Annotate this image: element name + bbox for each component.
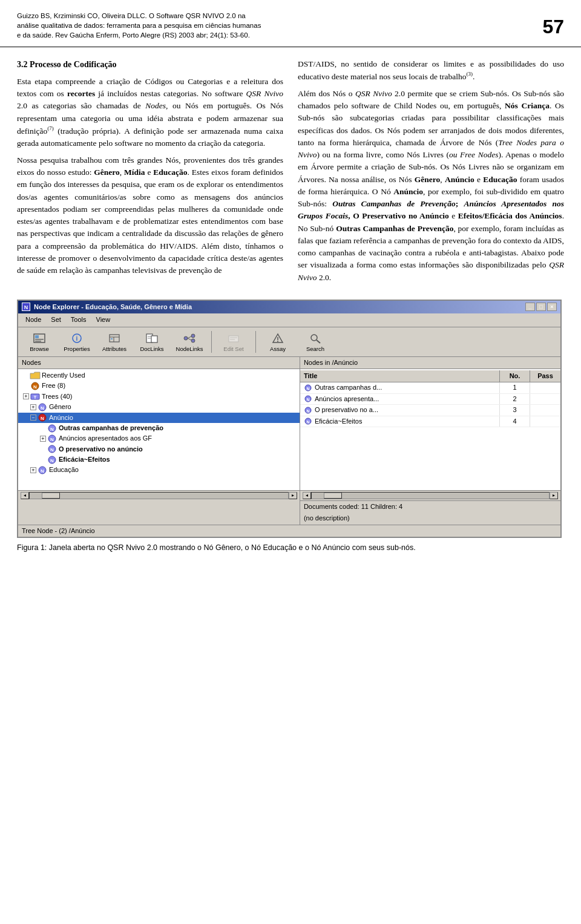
right-scrollbar-track[interactable]: [311, 492, 550, 499]
tree-item-free[interactable]: N Free (8): [18, 381, 300, 391]
nodelinks-button[interactable]: NodeLinks: [172, 330, 207, 354]
svg-line-26: [317, 340, 320, 343]
svg-text:N: N: [50, 447, 54, 453]
search-icon: [308, 332, 323, 345]
tree-item-educacao[interactable]: + N Educação: [18, 465, 300, 475]
tree-item-recently-used[interactable]: Recently Used: [18, 370, 300, 381]
nodelinks-icon: [182, 332, 197, 345]
right-scroll-right[interactable]: ▸: [550, 492, 558, 499]
svg-text:N: N: [41, 405, 44, 411]
free-node-icon: N: [30, 382, 40, 390]
col-left-p1: Esta etapa compreende a criação de Códig…: [17, 76, 283, 149]
titlebar-buttons[interactable]: _ □ ×: [525, 303, 557, 311]
properties-button[interactable]: i Properties: [59, 330, 94, 354]
tree-node-status: Tree Node - (2) /Anúncio: [22, 527, 95, 534]
menu-set[interactable]: Set: [46, 315, 66, 325]
table-row[interactable]: N Eficácia~Efeitos 4: [300, 416, 560, 427]
tree-item-outras-label: Outras campanhas de prevenção: [59, 424, 163, 433]
node-explorer-window: N Node Explorer - Educação, Saúde, Gêner…: [17, 300, 562, 538]
right-scroll-left[interactable]: ◂: [303, 492, 311, 499]
tree-item-anuncio[interactable]: − N Anúncio: [18, 413, 300, 423]
table-row[interactable]: N Anúncios apresenta... 2: [300, 394, 560, 405]
tree-item-preservativo[interactable]: N O preservativo no anúncio: [18, 444, 300, 454]
table-row[interactable]: N O preservativo no a... 3: [300, 405, 560, 416]
right-scrollbar-row: ◂ ▸: [300, 490, 560, 500]
close-button[interactable]: ×: [547, 303, 557, 311]
search-button[interactable]: Search: [298, 330, 333, 354]
row3-node-icon: N: [304, 407, 312, 414]
browse-button[interactable]: Browse: [22, 330, 57, 354]
figure-caption-text: Figura 1: Janela aberta no QSR Nvivo 2.0…: [17, 543, 416, 552]
menu-tools[interactable]: Tools: [66, 315, 91, 325]
documents-coded-status: Documents coded: 11 Children: 4: [304, 503, 402, 510]
svg-text:N: N: [306, 420, 309, 424]
doclinks-label: DocLinks: [140, 346, 163, 352]
maximize-button[interactable]: □: [536, 303, 546, 311]
row3-no: 3: [500, 405, 530, 415]
tree-item-outras[interactable]: N Outras campanhas de prevenção: [18, 423, 300, 433]
col-pass-header: Pass: [530, 370, 560, 382]
tree-item-genero[interactable]: + N Gênero: [18, 402, 300, 412]
left-scrollbar-thumb[interactable]: [42, 493, 60, 499]
svg-text:N: N: [306, 387, 309, 391]
svg-line-17: [188, 336, 191, 338]
left-scrollbar-track[interactable]: [29, 492, 289, 499]
tree-item-recently-used-label: Recently Used: [42, 371, 85, 380]
tree-item-trees[interactable]: + T Trees (40): [18, 392, 300, 402]
properties-icon: i: [70, 332, 84, 345]
editset-label: Edit Set: [223, 346, 243, 352]
educacao-toggle[interactable]: +: [30, 467, 36, 473]
window-title: Node Explorer - Educação, Saúde, Gênero …: [34, 303, 192, 312]
anuncio-toggle[interactable]: −: [30, 414, 36, 421]
table-row[interactable]: N Outras campanhas d... 1: [300, 382, 560, 393]
tree-item-free-label: Free (8): [42, 381, 65, 390]
tree-node-icon: T: [30, 392, 40, 401]
svg-text:N: N: [50, 437, 54, 442]
menu-view[interactable]: View: [91, 315, 116, 325]
menu-node[interactable]: Node: [21, 315, 46, 325]
nodes-panel: Nodes Recently Used: [18, 357, 300, 525]
svg-point-16: [191, 339, 195, 342]
row2-node-icon: N: [304, 395, 312, 402]
eficacia-icon: N: [47, 456, 57, 464]
svg-text:N: N: [41, 416, 44, 421]
svg-rect-2: [35, 339, 44, 340]
assay-button[interactable]: Assay: [260, 330, 295, 354]
row4-title: N Eficácia~Efeitos: [300, 416, 500, 427]
svg-text:i: i: [76, 335, 78, 342]
tree-item-eficacia[interactable]: N Eficácia~Efeitos: [18, 454, 300, 465]
minimize-button[interactable]: _: [525, 303, 535, 311]
tree-item-anuncios-ap[interactable]: + N Anúncios apresentados aos GF: [18, 433, 300, 444]
toolbar-separator-2: [255, 331, 256, 353]
doclinks-button[interactable]: DocLinks: [134, 330, 169, 354]
svg-point-24: [277, 341, 278, 342]
genero-toggle[interactable]: +: [30, 404, 36, 410]
row1-node-icon: N: [304, 384, 312, 392]
svg-text:N: N: [306, 398, 309, 402]
nodes-tree-content[interactable]: Recently Used N Free (8): [18, 369, 300, 490]
left-scroll-right[interactable]: ▸: [289, 492, 297, 499]
svg-text:N: N: [41, 468, 44, 474]
left-scroll-left[interactable]: ◂: [21, 492, 29, 499]
attributes-button[interactable]: Attributes: [97, 330, 132, 354]
trees-toggle[interactable]: +: [23, 393, 29, 399]
row4-no: 4: [500, 416, 530, 427]
page: Guizzo BS, Krziminski CO, Oliveira DLLC.…: [0, 0, 581, 924]
right-scrollbar-thumb[interactable]: [324, 493, 342, 499]
row2-no: 2: [500, 394, 530, 404]
tree-item-anuncios-ap-label: Anúncios apresentados aos GF: [59, 434, 152, 443]
anuncios-ap-toggle[interactable]: +: [40, 436, 46, 442]
browse-icon: [32, 332, 47, 345]
tree-item-eficacia-label: Eficácia~Efeitos: [59, 455, 110, 464]
svg-text:N: N: [50, 458, 54, 464]
row3-title: N O preservativo no a...: [300, 405, 500, 415]
toolbar-separator-1: [211, 331, 212, 353]
row2-pass: [530, 398, 560, 399]
editset-button[interactable]: Edit Set: [216, 330, 251, 354]
col-left-p2: Nossa pesquisa trabalhou com três grande…: [17, 154, 283, 277]
nodes-panel-header: Nodes: [18, 357, 300, 369]
svg-rect-11: [151, 336, 157, 342]
svg-rect-3: [35, 341, 41, 342]
article-columns: 3.2 Processo de Codificação Esta etapa c…: [0, 58, 581, 289]
tree-item-trees-label: Trees (40): [42, 392, 72, 401]
